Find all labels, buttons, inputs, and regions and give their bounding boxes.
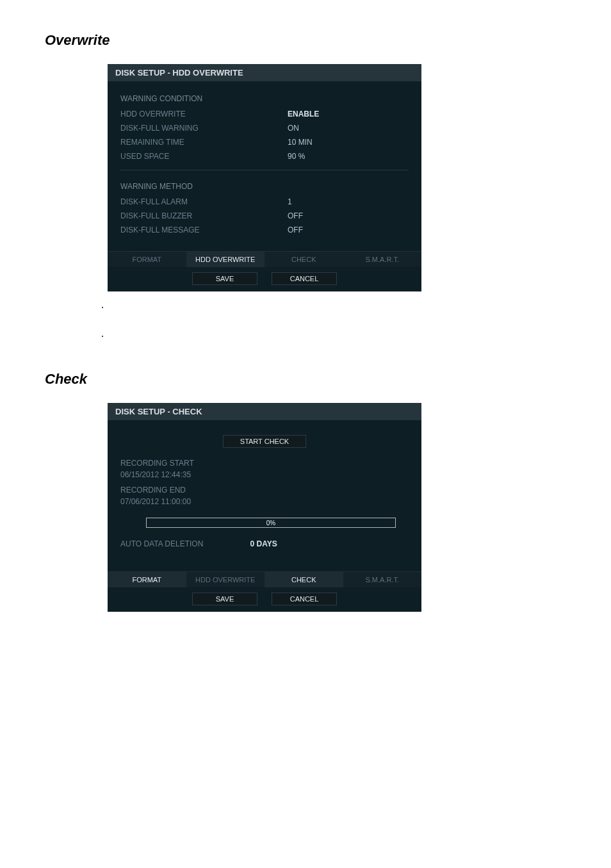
value-remaining-time[interactable]: 10 MIN: [288, 138, 313, 147]
tab-smart[interactable]: S.M.A.R.T.: [343, 252, 422, 267]
row-disk-full-buzzer: DISK-FULL BUZZER OFF: [120, 209, 409, 223]
panel-title: DISK SETUP - HDD OVERWRITE: [108, 64, 421, 81]
value-disk-full-alarm[interactable]: 1: [288, 197, 292, 206]
value-hdd-overwrite[interactable]: ENABLE: [288, 110, 319, 119]
panel-title: DISK SETUP - CHECK: [108, 403, 421, 420]
panel-hdd-overwrite: DISK SETUP - HDD OVERWRITE WARNING CONDI…: [108, 64, 421, 291]
tab-check[interactable]: CHECK: [265, 572, 343, 587]
cancel-button[interactable]: CANCEL: [272, 593, 337, 605]
value-auto-data-deletion[interactable]: 0 DAYS: [250, 539, 277, 548]
label: USED SPACE: [120, 152, 288, 161]
value-used-space[interactable]: 90 %: [288, 152, 305, 161]
row-disk-full-warning: DISK-FULL WARNING ON: [120, 121, 409, 135]
tab-bar: FORMAT HDD OVERWRITE CHECK S.M.A.R.T.: [108, 571, 421, 587]
cancel-button[interactable]: CANCEL: [272, 272, 337, 285]
recording-end-value: 07/06/2012 11:00:00: [120, 496, 409, 511]
tab-format[interactable]: FORMAT: [108, 572, 186, 587]
panel-check: DISK SETUP - CHECK START CHECK RECORDING…: [108, 403, 421, 612]
recording-start-label: RECORDING START: [120, 457, 409, 469]
recording-start-value: 06/15/2012 12:44:35: [120, 469, 409, 484]
divider: [120, 170, 409, 170]
label: AUTO DATA DELETION: [120, 539, 250, 548]
recording-end-label: RECORDING END: [120, 484, 409, 496]
label: REMAINING TIME: [120, 138, 288, 147]
value-disk-full-buzzer[interactable]: OFF: [288, 211, 303, 220]
bullet-item: [109, 333, 566, 339]
footer-buttons: SAVE CANCEL: [108, 587, 421, 612]
label: DISK-FULL ALARM: [120, 197, 288, 206]
label: HDD OVERWRITE: [120, 110, 288, 119]
warning-condition-heading: WARNING CONDITION: [120, 89, 409, 107]
footer-buttons: SAVE CANCEL: [108, 267, 421, 291]
start-check-button[interactable]: START CHECK: [223, 435, 306, 448]
label: DISK-FULL MESSAGE: [120, 225, 288, 234]
label: DISK-FULL WARNING: [120, 124, 288, 133]
tab-format[interactable]: FORMAT: [108, 252, 186, 267]
row-remaining-time: REMAINING TIME 10 MIN: [120, 135, 409, 149]
value-disk-full-message[interactable]: OFF: [288, 225, 303, 234]
save-button[interactable]: SAVE: [192, 593, 257, 605]
label: DISK-FULL BUZZER: [120, 211, 288, 220]
section-heading-check: Check: [45, 371, 566, 388]
row-auto-data-deletion: AUTO DATA DELETION 0 DAYS: [120, 537, 409, 551]
tab-hdd-overwrite[interactable]: HDD OVERWRITE: [186, 572, 265, 587]
section-heading-overwrite: Overwrite: [45, 32, 566, 49]
tab-bar: FORMAT HDD OVERWRITE CHECK S.M.A.R.T.: [108, 251, 421, 267]
save-button[interactable]: SAVE: [192, 272, 257, 285]
row-disk-full-alarm: DISK-FULL ALARM 1: [120, 195, 409, 209]
warning-method-heading: WARNING METHOD: [120, 177, 409, 195]
tab-check[interactable]: CHECK: [265, 252, 343, 267]
bullet-item: [109, 304, 566, 310]
row-hdd-overwrite: HDD OVERWRITE ENABLE: [120, 107, 409, 121]
tab-hdd-overwrite[interactable]: HDD OVERWRITE: [186, 252, 265, 267]
bullet-list: [109, 304, 566, 339]
row-used-space: USED SPACE 90 %: [120, 149, 409, 163]
value-disk-full-warning[interactable]: ON: [288, 124, 299, 133]
tab-smart[interactable]: S.M.A.R.T.: [343, 572, 422, 587]
progress-text: 0%: [266, 520, 275, 527]
progress-bar: 0%: [146, 518, 396, 528]
progress-row: 0%: [120, 518, 409, 528]
row-disk-full-message: DISK-FULL MESSAGE OFF: [120, 223, 409, 237]
